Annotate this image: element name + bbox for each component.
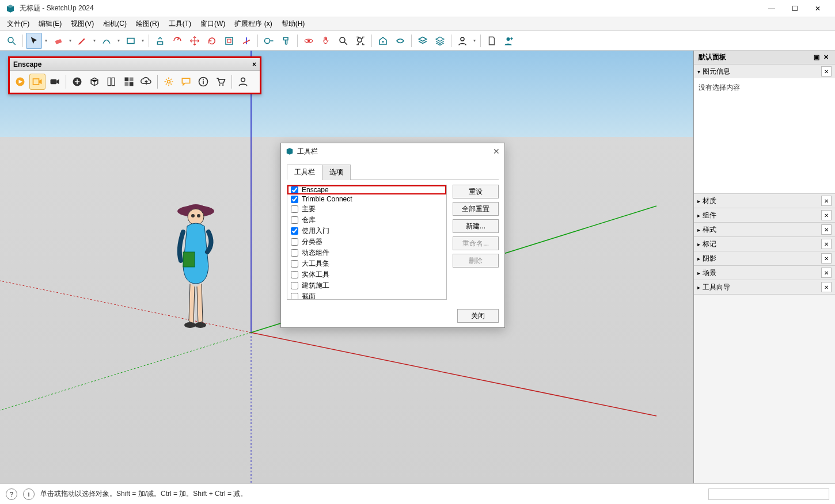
search-icon[interactable]	[3, 33, 20, 49]
menu-6[interactable]: 窗口(W)	[197, 18, 229, 30]
viewport[interactable]: Enscape ×	[0, 51, 693, 483]
enscape-start-icon[interactable]	[12, 74, 28, 90]
toolbar-item-0[interactable]: Enscape	[287, 185, 446, 194]
minimize-button[interactable]: —	[760, 0, 783, 17]
enscape-account-icon[interactable]	[235, 74, 251, 90]
new-button[interactable]: 新建...	[453, 219, 499, 233]
select-tool-icon[interactable]	[26, 33, 42, 49]
tape-tool-icon[interactable]	[261, 33, 277, 49]
toolbar-checkbox-9[interactable]	[291, 282, 298, 289]
eraser-dropdown-icon[interactable]: ▾	[67, 38, 73, 43]
toolbar-checkbox-3[interactable]	[291, 216, 298, 224]
tray-section-4[interactable]: ▸阴影✕	[694, 251, 835, 265]
menu-1[interactable]: 编辑(E)	[35, 18, 65, 30]
toolbar-checkbox-5[interactable]	[291, 238, 298, 246]
delete-button[interactable]: 删除	[453, 254, 499, 268]
toolbar-checkbox-8[interactable]	[291, 271, 298, 278]
rectangle-tool-icon[interactable]	[123, 33, 139, 49]
info-icon[interactable]: i	[23, 488, 35, 500]
enscape-asset-icon[interactable]	[104, 74, 120, 90]
enscape-upload-icon[interactable]	[138, 74, 154, 90]
move-tool-icon[interactable]	[187, 33, 203, 49]
tray-section-5[interactable]: ▸场景✕	[694, 266, 835, 280]
toolbar-item-1[interactable]: Trimble Connect	[287, 194, 446, 204]
enscape-toolbar[interactable]: Enscape ×	[8, 56, 261, 94]
layers-icon[interactable]	[415, 33, 431, 49]
tab-options[interactable]: 选项	[322, 165, 351, 180]
arc-dropdown-icon[interactable]: ▾	[116, 38, 122, 43]
enscape-cart-icon[interactable]	[212, 74, 229, 90]
tray-section-1[interactable]: ▸组件✕	[694, 208, 835, 222]
enscape-close-icon[interactable]: ×	[252, 60, 256, 68]
enscape-info-icon[interactable]	[195, 74, 211, 90]
toolbars-dialog[interactable]: 工具栏 ✕ 工具栏 选项 EnscapeTrimble Connect主要仓库使…	[280, 143, 505, 328]
toolbar-item-6[interactable]: 动态组件	[287, 247, 446, 258]
new-doc-icon[interactable]	[484, 33, 500, 49]
tray-section-close-icon[interactable]: ✕	[821, 210, 832, 220]
tray-section-close-icon[interactable]: ✕	[821, 253, 832, 264]
dialog-titlebar[interactable]: 工具栏 ✕	[281, 143, 504, 159]
enscape-toolbar-title[interactable]: Enscape ×	[10, 58, 260, 71]
rename-button[interactable]: 重命名...	[453, 236, 499, 250]
axes-tool-icon[interactable]	[238, 33, 255, 49]
pencil-dropdown-icon[interactable]: ▾	[92, 38, 97, 43]
toolbar-item-3[interactable]: 仓库	[287, 215, 446, 226]
toolbar-checkbox-1[interactable]	[291, 196, 298, 203]
tray-section-close-icon[interactable]: ✕	[821, 196, 832, 206]
toolbar-checkbox-7[interactable]	[291, 260, 298, 268]
toolbar-checkbox-6[interactable]	[291, 249, 298, 257]
rotate-tool-icon[interactable]	[204, 33, 220, 49]
profile-dropdown-icon[interactable]: ▾	[472, 38, 477, 43]
pencil-tool-icon[interactable]	[74, 33, 90, 49]
scale-tool-icon[interactable]	[221, 33, 237, 49]
dialog-close-icon[interactable]: ✕	[493, 147, 500, 156]
tray-section-0[interactable]: ▸材质✕	[694, 194, 835, 208]
entity-info-header[interactable]: ▾ 图元信息 ✕	[694, 64, 835, 78]
enscape-add-icon[interactable]	[69, 74, 85, 90]
toolbar-checkbox-0[interactable]	[291, 186, 298, 194]
pan-tool-icon[interactable]	[318, 33, 334, 49]
layers-manage-icon[interactable]	[432, 33, 448, 49]
toolbar-list[interactable]: EnscapeTrimble Connect主要仓库使用入门分类器动态组件大工具…	[287, 185, 447, 300]
toolbar-item-9[interactable]: 建筑施工	[287, 280, 446, 291]
toolbar-item-10[interactable]: 截面	[287, 291, 446, 300]
tray-header[interactable]: 默认面板 ▣ ✕	[694, 51, 835, 64]
rectangle-dropdown-icon[interactable]: ▾	[140, 38, 146, 43]
toolbar-checkbox-4[interactable]	[291, 227, 298, 235]
close-dialog-button[interactable]: 关闭	[457, 309, 499, 323]
help-icon[interactable]: ?	[6, 488, 17, 500]
orbit-tool-icon[interactable]	[301, 33, 317, 49]
user-add-icon[interactable]	[501, 33, 517, 49]
menu-8[interactable]: 帮助(H)	[278, 18, 309, 30]
tab-toolbar[interactable]: 工具栏	[287, 165, 322, 180]
tray-section-close-icon[interactable]: ✕	[821, 268, 832, 278]
eraser-tool-icon[interactable]	[50, 33, 66, 49]
reset-button[interactable]: 重设	[453, 185, 499, 198]
menu-0[interactable]: 文件(F)	[3, 18, 33, 30]
pushpull-tool-icon[interactable]	[152, 33, 168, 49]
toolbar-item-4[interactable]: 使用入门	[287, 226, 446, 236]
zoom-tool-icon[interactable]	[335, 33, 351, 49]
toolbar-item-2[interactable]: 主要	[287, 204, 446, 215]
tray-section-2[interactable]: ▸样式✕	[694, 223, 835, 236]
toolbar-checkbox-10[interactable]	[291, 293, 298, 300]
entity-info-close-icon[interactable]: ✕	[821, 66, 832, 77]
menu-7[interactable]: 扩展程序 (x)	[231, 18, 275, 30]
tray-section-close-icon[interactable]: ✕	[821, 239, 832, 249]
tray-section-close-icon[interactable]: ✕	[821, 224, 832, 235]
measurements-box[interactable]	[708, 488, 829, 500]
enscape-live-icon[interactable]	[29, 74, 45, 90]
tray-pin-icon[interactable]: ▣	[812, 53, 821, 62]
tray-close-icon[interactable]: ✕	[821, 53, 830, 62]
zoom-extents-tool-icon[interactable]	[352, 33, 369, 49]
toolbar-item-8[interactable]: 实体工具	[287, 269, 446, 280]
select-dropdown-icon[interactable]: ▾	[43, 38, 49, 43]
tray-section-3[interactable]: ▸标记✕	[694, 237, 835, 251]
tray-section-close-icon[interactable]: ✕	[821, 282, 832, 292]
toolbar-checkbox-2[interactable]	[291, 205, 298, 213]
paint-tool-icon[interactable]	[278, 33, 294, 49]
offset-tool-icon[interactable]	[169, 33, 185, 49]
enscape-cube-icon[interactable]	[86, 74, 103, 90]
reset-all-button[interactable]: 全部重置	[453, 202, 499, 216]
enscape-video-icon[interactable]	[47, 74, 63, 90]
